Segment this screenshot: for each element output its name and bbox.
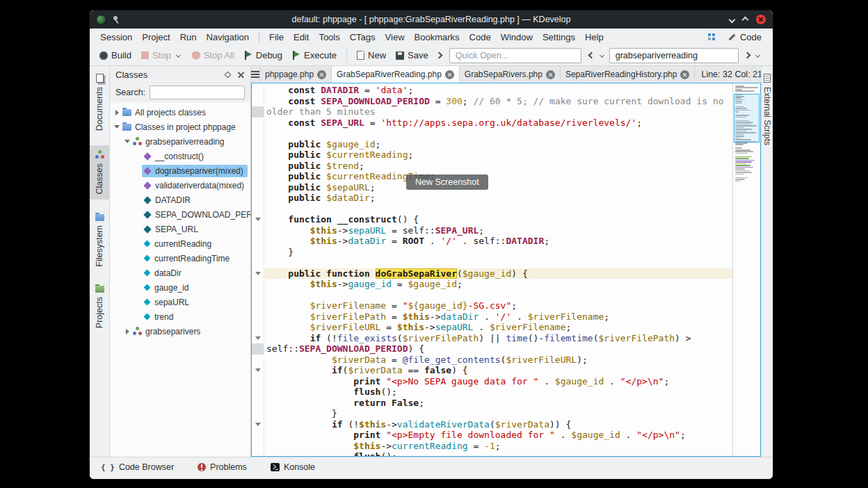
previous-item-button[interactable] <box>588 52 595 59</box>
stop-dropdown-icon[interactable] <box>176 53 181 58</box>
toolbar-search-input[interactable]: grabsepariverreading <box>609 48 739 63</box>
code-line[interactable]: } <box>264 247 732 258</box>
minimap-viewport[interactable] <box>734 94 760 143</box>
menu-run[interactable]: Run <box>175 30 202 44</box>
fold-marker[interactable] <box>252 419 264 430</box>
code-line[interactable]: public $gauge_id; <box>264 139 732 150</box>
code-line[interactable] <box>264 257 732 268</box>
toolview-button-konsole[interactable]: Konsole <box>268 460 318 474</box>
detach-panel-icon[interactable] <box>225 71 232 78</box>
tab-close-icon[interactable] <box>317 70 326 79</box>
code-line[interactable]: $this->sepaURL = self::SEPA_URL; <box>264 225 732 236</box>
dock-tab-classes[interactable]: Classes <box>90 145 109 199</box>
maximize-button-icon[interactable] <box>742 16 749 23</box>
code-line[interactable]: if (!file_exists($riverFilePath) || time… <box>264 333 732 344</box>
tab-grabseparivers-php[interactable]: GrabSepaRivers.php <box>460 66 561 83</box>
code-line[interactable]: public $sepaURL; <box>264 182 732 193</box>
dock-tab-projects[interactable]: Projects <box>90 281 109 333</box>
tree-item-classes-in-project-phppage[interactable]: Classes in project phppage <box>110 120 250 134</box>
code-line[interactable]: public $trend; <box>264 161 732 172</box>
tree-item-grabsepariverreading[interactable]: grabsepariverreading <box>110 134 250 149</box>
code-line[interactable]: const SEPA_URL = 'http://apps.sepa.org.u… <box>264 117 732 129</box>
expander-collapsed-icon[interactable] <box>113 110 121 115</box>
next-item-button[interactable] <box>744 52 750 59</box>
stop-button[interactable]: Stop <box>137 48 186 63</box>
code-line[interactable]: function __construct() { <box>264 214 732 225</box>
pin-icon[interactable] <box>112 15 120 24</box>
code-line[interactable]: $riverData = @file_get_contents($riverFi… <box>264 355 732 366</box>
menu-settings[interactable]: Settings <box>538 30 580 44</box>
code-line[interactable] <box>264 290 732 301</box>
code-line[interactable]: self::SEPA_DOWNLOAD_PERIOD) { <box>264 343 732 355</box>
next-dropdown-icon[interactable] <box>755 53 760 58</box>
tree-item-trend[interactable]: trend <box>110 309 250 324</box>
perspective-grid-icon[interactable] <box>708 33 716 41</box>
code-area[interactable]: const DATADIR = 'data'; const SEPA_DOWNL… <box>264 83 732 456</box>
new-button[interactable]: New <box>353 48 390 63</box>
code-line[interactable]: flush(); <box>264 451 732 456</box>
quick-open-input[interactable]: Quick Open... <box>449 48 581 63</box>
menu-session[interactable]: Session <box>95 30 137 44</box>
tree-item-grabseparivers[interactable]: grabseparivers <box>110 324 250 339</box>
code-line[interactable]: print "<p>No SEPA gauge data for " . $ga… <box>264 376 732 387</box>
code-line[interactable]: public function doGrabSepaRiver($gauge_i… <box>264 268 732 279</box>
tree-item-dograbsepariver-mixed[interactable]: dograbsepariver(mixed) <box>110 163 250 178</box>
close-panel-icon[interactable] <box>237 71 245 79</box>
code-line[interactable]: public $currentReading; <box>264 149 732 161</box>
code-line[interactable]: public $dataDir; <box>264 193 732 204</box>
expander-collapsed-icon[interactable] <box>123 329 131 334</box>
area-switcher-button[interactable]: Code <box>723 31 767 44</box>
menu-code[interactable]: Code <box>465 30 496 44</box>
tab-phppage-php[interactable]: phppage.php <box>260 66 332 83</box>
code-line[interactable]: print "<p>Empty file downloaded for " . … <box>264 430 732 441</box>
menu-tools[interactable]: Tools <box>314 30 344 44</box>
toolbar-expand-icon[interactable] <box>435 52 442 59</box>
menu-bookmarks[interactable]: Bookmarks <box>410 30 465 44</box>
tree-item-currentreading[interactable]: currentReading <box>110 236 250 251</box>
menu-edit[interactable]: Edit <box>289 30 314 44</box>
tab-grabsepariverreading-php[interactable]: GrabSepaRiverReading.php <box>332 66 460 83</box>
classes-search-input[interactable] <box>150 86 245 99</box>
code-line[interactable]: $this->currentReading = -1; <box>264 441 732 452</box>
tree-item-currentreadingtime[interactable]: currentReadingTime <box>110 251 250 266</box>
code-line[interactable]: public $currentReadingTime; <box>264 171 732 182</box>
code-line[interactable]: flush(); <box>264 387 732 398</box>
save-button[interactable]: Save <box>392 48 433 63</box>
dock-tab-filesystem[interactable]: Filesystem <box>90 209 109 272</box>
minimap-scrollbar[interactable] <box>732 83 760 456</box>
code-line[interactable] <box>264 204 732 215</box>
menu-file[interactable]: File <box>264 30 289 44</box>
menu-project[interactable]: Project <box>137 30 175 44</box>
tree-item-gauge-id[interactable]: gauge_id <box>110 280 250 295</box>
code-line[interactable]: $this->dataDir = ROOT . '/' . self::DATA… <box>264 236 732 247</box>
tree-item-all-projects-classes[interactable]: All projects classes <box>110 105 250 120</box>
toolview-button-problems[interactable]: Problems <box>195 460 250 474</box>
tree-item-datadir[interactable]: dataDir <box>110 266 250 280</box>
shade-button-icon[interactable] <box>729 16 736 23</box>
code-line[interactable]: if (!$this->validateRiverData($riverData… <box>264 419 732 430</box>
code-line[interactable]: const DATADIR = 'data'; <box>264 85 732 96</box>
document-switcher-button[interactable] <box>251 66 260 83</box>
dock-tab-documents[interactable]: Documents <box>90 69 109 136</box>
close-button[interactable] <box>756 15 766 24</box>
code-line[interactable]: if($riverData == false) { <box>264 365 732 376</box>
code-line[interactable]: } <box>264 408 732 419</box>
previous-dropdown-icon[interactable] <box>600 53 604 58</box>
dock-tab-external-scripts[interactable]: External Scripts <box>762 69 773 150</box>
fold-marker[interactable] <box>252 268 264 279</box>
tree-item-sepaurl[interactable]: sepaURL <box>110 295 250 309</box>
menu-help[interactable]: Help <box>580 30 609 44</box>
tree-item-sepa-url[interactable]: SEPA_URL <box>110 222 250 236</box>
code-line[interactable]: $riverFileURL = $this->sepaURL . $riverF… <box>264 322 732 333</box>
fold-marker[interactable] <box>252 214 264 225</box>
toolview-button-code-browser[interactable]: Code Browser <box>98 460 177 474</box>
debug-button[interactable]: Debug <box>240 48 287 63</box>
tab-close-icon[interactable] <box>680 70 689 79</box>
code-line[interactable]: older than 5 minutes <box>264 106 732 117</box>
code-line[interactable]: $riverFilePath = $this->dataDir . '/' . … <box>264 311 732 323</box>
code-line[interactable] <box>264 128 732 139</box>
execute-button[interactable]: Execute <box>288 48 341 63</box>
fold-marker[interactable] <box>252 365 264 376</box>
tree-item-validateriverdata-mixed[interactable]: validateriverdata(mixed) <box>110 178 250 193</box>
tab-close-icon[interactable] <box>445 70 454 79</box>
